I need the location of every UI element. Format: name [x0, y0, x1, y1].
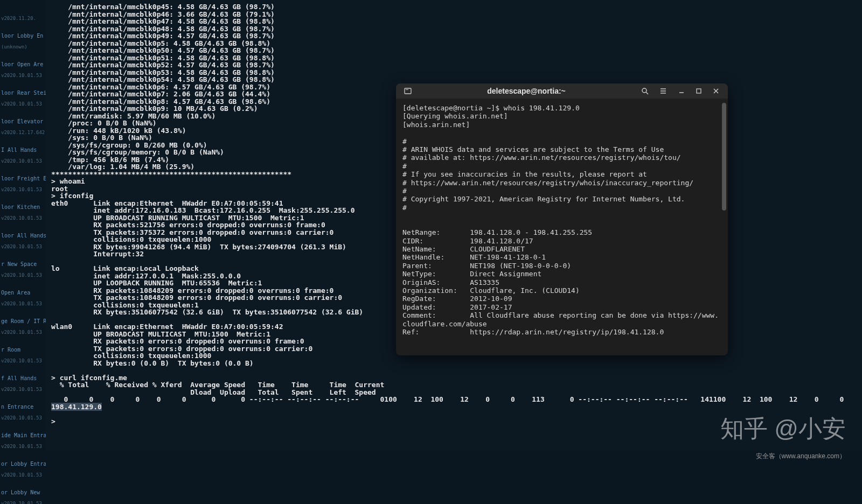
terminal-window: deletescape@nortia:~ [deletescape@nortia… [396, 83, 728, 355]
camera-item: v2020.11.20. [1, 13, 45, 24]
attribution: 安全客（www.anquanke.com） [756, 452, 846, 461]
window-title: deletescape@nortia:~ [419, 87, 634, 95]
camera-item: loor Lobby En(unknown) [1, 30, 45, 53]
camera-item: r New Spacev2020.10.01.53 [1, 258, 45, 281]
svg-line-3 [646, 92, 648, 94]
svg-rect-1 [406, 89, 408, 90]
camera-item: loor All Handsv2020.10.01.53 [1, 230, 45, 253]
camera-item: loor Open Arev2020.10.01.53 [1, 59, 45, 81]
close-button[interactable] [708, 83, 724, 99]
camera-item: I All Handsv2020.10.01.53 [1, 144, 45, 167]
terminal-body[interactable]: [deletescape@nortia ~]$ whois 198.41.129… [396, 99, 728, 355]
camera-item: or Lobby Newv2020.10.01.53 [1, 487, 45, 504]
svg-point-2 [642, 88, 646, 93]
camera-item: ide Main Entrav2020.10.01.53 [1, 430, 45, 452]
camera-item: loor Kitchenv2020.10.01.53 [1, 201, 45, 224]
camera-item: loor Elevator Lv2020.12.17.642 [1, 116, 45, 138]
svg-rect-0 [405, 88, 411, 94]
background-sidebar: v2020.11.20.loor Lobby En(unknown)loor O… [0, 0, 46, 504]
camera-item: loor Freight Elv2020.10.01.53 [1, 173, 45, 195]
camera-item: ge Room / IT Rv2020.10.01.53 [1, 316, 45, 338]
camera-item: Open Areav2020.10.01.53 [1, 287, 45, 310]
search-button[interactable] [637, 83, 652, 99]
minimize-button[interactable] [674, 83, 689, 99]
camera-item: n Entrancev2020.10.01.53 [1, 401, 45, 424]
new-tab-button[interactable] [400, 83, 415, 99]
svg-rect-8 [697, 89, 701, 93]
camera-item: or Lobby Entrav2020.10.01.53 [1, 458, 45, 481]
scrollbar[interactable] [722, 103, 726, 211]
maximize-button[interactable] [691, 83, 706, 99]
watermark: 知乎 @小安 [720, 413, 846, 445]
window-titlebar: deletescape@nortia:~ [396, 83, 728, 99]
camera-item: loor Rear Steiv2020.10.01.53 [1, 87, 45, 110]
camera-item: f All Handsv2020.10.01.53 [1, 373, 45, 395]
camera-item: r Roomv2020.10.01.53 [1, 344, 45, 367]
menu-button[interactable] [656, 83, 671, 99]
